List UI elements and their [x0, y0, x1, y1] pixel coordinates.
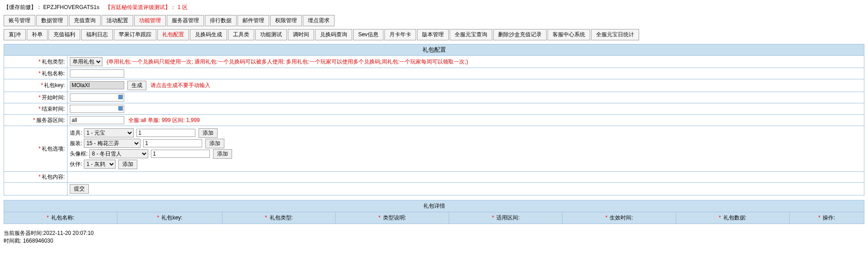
- footer: 当前服务器时间:2022-11-20 20:07:10 时间戳: 1668946…: [4, 229, 864, 245]
- header-line: 【缓存前缀】： EPZJFHOVERGATS1s 【宫廷秘传渠道评级测试】： 1…: [4, 4, 864, 11]
- sub-tab[interactable]: 兑换码生成: [190, 29, 227, 40]
- sub-tab[interactable]: 直|冲: [4, 29, 26, 40]
- name-label: *礼包名称:: [4, 68, 68, 79]
- section-title: 礼包配置: [4, 44, 864, 56]
- sub-tab[interactable]: 客服中心系统: [548, 29, 590, 40]
- sub-tabs: 直|冲补单充值福利福利日志苹果订单跟踪礼包配置兑换码生成工具类功能测试调时间兑换…: [4, 29, 864, 40]
- cache-prefix-label: 【缓存前缀】：: [4, 4, 42, 10]
- zone-input[interactable]: [70, 116, 124, 124]
- main-tabs: 账号管理数据管理充值查询活动配置功能管理服务器管理排行数据邮件管理权限管理埋点需…: [4, 15, 864, 26]
- key-label: *礼包key:: [4, 79, 68, 92]
- sub-tab[interactable]: 调时间: [288, 29, 314, 40]
- cloth-qty[interactable]: [143, 139, 202, 147]
- key-hint: 请点击生成不要手动输入: [150, 82, 210, 88]
- cloth-select[interactable]: 15 - 梅花三弄: [84, 139, 141, 148]
- add-cloth-button[interactable]: 添加: [205, 139, 224, 148]
- name-input[interactable]: [70, 69, 124, 78]
- cloth-row: 服装: 15 - 梅花三弄 添加: [70, 139, 862, 148]
- sub-tab[interactable]: 福利日志: [81, 29, 113, 40]
- item-qty[interactable]: [136, 129, 195, 137]
- generate-button[interactable]: 生成: [127, 81, 146, 90]
- detail-column: * 礼包key:: [117, 212, 222, 224]
- main-tab[interactable]: 服务器管理: [167, 15, 204, 26]
- submit-button[interactable]: 提交: [70, 184, 89, 194]
- end-label: *结束时间:: [4, 103, 68, 115]
- zone-hint: 全服:all 单服: 999 区间: 1,999: [128, 117, 199, 123]
- sub-tab[interactable]: 苹果订单跟踪: [114, 29, 156, 40]
- main-tab[interactable]: 充值查询: [69, 15, 101, 26]
- sub-tab[interactable]: Sev信息: [353, 29, 383, 40]
- detail-title: 礼包详情: [4, 200, 864, 212]
- server-label: 【宫廷秘传渠道评级测试】：: [105, 4, 176, 10]
- type-select[interactable]: 单用礼包: [70, 57, 102, 66]
- detail-column: * 操作:: [790, 212, 864, 224]
- options-label: *礼包选项:: [4, 126, 68, 172]
- add-partner-button[interactable]: 添加: [118, 160, 137, 169]
- zone-label: *服务器区间:: [4, 115, 68, 126]
- calendar-icon[interactable]: [118, 95, 123, 99]
- sub-tab[interactable]: 功能测试: [255, 29, 287, 40]
- start-input[interactable]: [70, 93, 124, 102]
- item-row: 道具: 1 - 元宝 添加: [70, 128, 862, 138]
- partner-row: 伙伴: 1 - 灰鸫 添加: [70, 160, 862, 169]
- sub-tab[interactable]: 月卡年卡: [384, 29, 416, 40]
- item-select[interactable]: 1 - 元宝: [84, 128, 134, 137]
- detail-column: * 礼包类型:: [222, 212, 335, 224]
- detail-column: * 类型说明:: [335, 212, 449, 224]
- type-label: *礼包类型:: [4, 56, 68, 68]
- config-form-table: 礼包配置 *礼包类型: 单用礼包 (单用礼包:一个兑换码只能使用一次; 通用礼包…: [4, 44, 864, 195]
- main-tab[interactable]: 功能管理: [134, 15, 166, 26]
- type-hint: (单用礼包:一个兑换码只能使用一次; 通用礼包:一个兑换码可以被多人使用; 多用…: [107, 58, 468, 65]
- main-tab[interactable]: 账号管理: [4, 15, 35, 26]
- sub-tab[interactable]: 删除沙盒充值记录: [493, 29, 547, 40]
- calendar-icon[interactable]: [118, 106, 123, 111]
- main-tab[interactable]: 埋点需求: [303, 15, 335, 26]
- sub-tab[interactable]: 工具类: [228, 29, 254, 40]
- cache-prefix-value: EPZJFHOVERGATS1s: [43, 4, 99, 10]
- main-tab[interactable]: 活动配置: [102, 15, 133, 26]
- key-input[interactable]: [70, 81, 124, 89]
- add-item-button[interactable]: 添加: [199, 128, 218, 138]
- detail-table: 礼包详情 * 礼包名称:* 礼包key:* 礼包类型:* 类型说明:* 适用区间…: [4, 200, 864, 224]
- sub-tab[interactable]: 全服元宝日统计: [591, 29, 639, 40]
- main-tab[interactable]: 数据管理: [36, 15, 68, 26]
- frame-row: 头像框: 8 - 冬日雪人 添加: [70, 149, 862, 159]
- sub-tab[interactable]: 充值福利: [48, 29, 80, 40]
- detail-column: * 适用区间:: [449, 212, 563, 224]
- sub-tab[interactable]: 版本管理: [417, 29, 449, 40]
- main-tab[interactable]: 排行数据: [205, 15, 237, 26]
- end-input[interactable]: [70, 105, 124, 113]
- add-frame-button[interactable]: 添加: [213, 149, 232, 159]
- sub-tab[interactable]: 礼包配置: [157, 29, 189, 40]
- content-label: *礼包内容:: [4, 172, 68, 183]
- sub-tab[interactable]: 补单: [27, 29, 48, 40]
- main-tab[interactable]: 邮件管理: [238, 15, 269, 26]
- main-tab[interactable]: 权限管理: [270, 15, 302, 26]
- detail-column: * 礼包数据:: [676, 212, 789, 224]
- partner-select[interactable]: 1 - 灰鸫: [84, 160, 116, 169]
- sub-tab[interactable]: 全服元宝查询: [450, 29, 492, 40]
- start-label: *开始时间:: [4, 92, 68, 103]
- content-cell: [68, 172, 864, 183]
- server-value: 1 区: [178, 4, 188, 10]
- detail-column: * 礼包名称:: [4, 212, 117, 224]
- sub-tab[interactable]: 兑换码查询: [315, 29, 352, 40]
- frame-qty[interactable]: [151, 150, 210, 158]
- frame-select[interactable]: 8 - 冬日雪人: [89, 149, 148, 158]
- detail-column: * 生效时间:: [563, 212, 676, 224]
